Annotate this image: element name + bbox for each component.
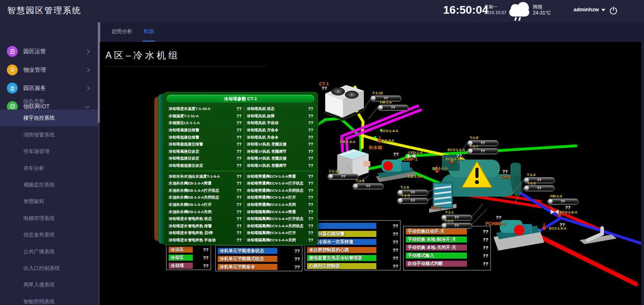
sensor-pill-cap — [398, 199, 402, 203]
panel-row: 冷却塔进水管电伴热 报警?? — [169, 223, 242, 230]
equipment-value-PCHWP-1: ?? — [496, 215, 501, 220]
panel-row-value: ?? — [237, 142, 242, 147]
sidebar-group-park-operation[interactable]: 园区运营 — [0, 42, 98, 60]
sidebar-item-1[interactable]: 综合态势 — [0, 93, 98, 110]
sidebar-item-2[interactable]: 楼宇自控系统 — [0, 110, 98, 126]
sensor-pill-cap — [371, 96, 376, 100]
sensor-pill-FM-1-5: ?? — [378, 105, 409, 111]
sidebar-item-3[interactable]: 消防报警系统 — [0, 127, 98, 143]
sensor-tag-T-1-2: T-1-2 — [445, 219, 453, 223]
panel-row-label: 冷却塔风机 故障 — [247, 114, 275, 119]
top-bar: 智慧园区管理系统 16:50:04 星期一 2019.10.07 阵雨 24-3… — [0, 0, 644, 22]
panel-row: 冷却塔隔离阀ECV-1-4-A打开状态?? — [247, 216, 313, 223]
sensor-pill-T-1-9: ?? — [353, 183, 384, 189]
panel-section-divider — [247, 169, 313, 173]
panel-row-label: 水箱温度T-1-11-A — [169, 114, 199, 119]
panel-row-value: ?? — [308, 114, 313, 118]
park-operation-icon — [7, 46, 18, 57]
tab-1[interactable]: 趋势分析 — [111, 28, 132, 38]
sidebar-item-11[interactable]: 出入口控制系统 — [0, 260, 98, 276]
panel-row-label: 水池补水阀EB-1-3-A打开状态 — [169, 188, 219, 193]
sensor-tag-FM-1-5: FM-1-5 — [380, 100, 392, 104]
sidebar-item-9[interactable]: 信息发布系统 — [0, 226, 98, 243]
sidebar-item-10[interactable]: 公共广播系统 — [0, 243, 98, 260]
sidebar-item-6[interactable]: 视频监控系统 — [0, 176, 98, 193]
sensor-pill-cap — [328, 174, 333, 178]
sidebar-item-5[interactable]: 停车分析 — [0, 160, 98, 176]
sidebar-group-label: 园区运营 — [23, 48, 46, 55]
panel-row-label: 冷却塔高液位设定 — [169, 149, 199, 154]
tab-2[interactable]: 机组 — [144, 28, 154, 38]
status-row: 复位?? — [307, 223, 398, 229]
panel-row-label: 冷却塔高液位报警 — [169, 128, 199, 133]
logout-button[interactable] — [609, 6, 618, 17]
panel-row-value: ?? — [308, 217, 313, 221]
panel-row-label: 冷却塔隔离阀ECV-1-4-A打开状态 — [247, 216, 303, 222]
sidebar-item-7[interactable]: 智慧能耗 — [0, 193, 98, 210]
panel-row: 水池补水阀EB-1-3-A打开状态?? — [169, 187, 242, 195]
panel-row-label: 冷却塔超低液位设定 — [169, 163, 203, 168]
status-row: 群控冷冻水一次泵转速?? — [307, 239, 398, 245]
sensor-tag-T-1-1: T-1-1 — [445, 210, 454, 214]
sensor-tag-FM-1-4: FM-1-4 — [550, 194, 562, 198]
panel-row: 水池补水阀EB-1-3-A关闭?? — [169, 208, 242, 216]
panel-row-label: 水池补水阀EB-1-3-A关闭状态 — [169, 195, 219, 200]
status-value: ?? — [390, 224, 398, 228]
panel-row-label: 冷却塔风机 手自动 — [247, 120, 279, 126]
panel-row: 水池补水阀EB-1-3-A打开?? — [169, 201, 242, 209]
panel-row-value: ?? — [308, 149, 313, 154]
equipment-label-PCHWP-1: PCHWP-1 — [485, 221, 506, 226]
equipment-label-ECV-1-2-A: ECV-1-2-A — [448, 148, 465, 152]
sidebar-item-8[interactable]: 电梯管理系统 — [0, 210, 98, 226]
panel-row-label: 水池补水阀EB-1-3-A打开 — [169, 202, 212, 207]
status-chip: 手动切换 本地-关闭开-关 — [406, 245, 467, 251]
status-chip: 冷机单元节能模式状态 — [218, 256, 277, 262]
status-chip: 手动切换自动开-关 — [406, 228, 467, 234]
panel-row-label: 水箱液位LE-1-1-A — [169, 120, 200, 126]
panel-row: 冷却塔隔离阀ECV-1-4-A旁通?? — [247, 208, 313, 216]
park-service-icon — [7, 83, 18, 93]
panel-row: 水箱液位LE-1-1-A?? — [169, 120, 242, 127]
status-box-controller-heartbeat: 复位??主控制器心跳报警??群控冷冻水一次泵转速??来自群控制器的心跳??接电装… — [305, 220, 400, 270]
panel-row: 冷却塔进水温度T-1-10-A?? — [169, 106, 242, 113]
sidebar-item-4[interactable]: 停车场管理 — [0, 143, 98, 160]
sensor-pill-T-1-11: ?? — [328, 174, 359, 180]
sensor-tag-T-1-6: T-1-6 — [400, 185, 409, 189]
sidebar-group-property[interactable]: 物业管理 — [0, 61, 98, 79]
status-chip: 冷冻泵 — [169, 247, 193, 253]
panel-row: 冷却塔旁通阀ECV-1-3-A关闭?? — [247, 201, 313, 209]
panel-row-label: 冷却塔1#风机 变频调节 — [247, 149, 287, 154]
panel-row-label: 水池补水阀EB-1-3-A关闭 — [169, 210, 212, 215]
panel-row: 冷却塔高液位报警?? — [169, 127, 242, 134]
weekday: 星期一 — [484, 4, 506, 10]
panel-row-label: 冷却塔隔离阀ECV-1-4-A打开 — [247, 230, 296, 236]
clock: 16:50:04 — [443, 4, 488, 17]
panel-row-label: 冷却塔旁通阀ECV-1-3-A打开 — [247, 195, 296, 200]
sensor-pill-T-1-3: ?? — [524, 185, 555, 191]
user-menu[interactable]: adminhzw — [574, 6, 605, 12]
status-chip: 手动模式输入 — [406, 253, 467, 259]
panel-row-label: 冷却塔隔离阀ECV-1-4-A关闭 — [247, 238, 296, 243]
sensor-tag-T-1-7: T-1-7 — [470, 144, 478, 148]
sidebar-item-12[interactable]: 周界入侵系统 — [0, 276, 98, 293]
equipment-label-EB-1-3-A: EB-1-3-A — [340, 140, 355, 144]
status-value: ?? — [292, 265, 300, 270]
panel-row-label: 冷却塔旁通阀ECV-1-3-A关闭状态 — [247, 188, 303, 193]
panel-row-label: 冷却塔风机 开命令 — [247, 128, 279, 133]
panel-row-label: 冷却塔低液位报警 — [169, 135, 199, 140]
panel-row: 冷却塔高液位设定?? — [169, 148, 242, 156]
equipment-label-ECV-1-6-A: ECV-1-6-A — [560, 210, 578, 214]
panel-row: 冷却塔1#风机 变频调节?? — [247, 148, 313, 156]
username: adminhzw — [574, 6, 599, 12]
panel-row: 冷却塔2#风机 变频调节?? — [247, 162, 313, 170]
scada-canvas: A区–冷水机组 — [100, 42, 641, 305]
panel-row-label: 水池补水阀EB-1-3-A旁通 — [169, 181, 212, 186]
sidebar-item-13[interactable]: 智能照明系统 — [0, 293, 98, 305]
panel-row-value: ?? — [308, 135, 313, 140]
panel-row-value: ?? — [237, 128, 242, 133]
panel-row-value: ?? — [237, 121, 242, 125]
panel-row: 冷却塔低液位设定?? — [169, 155, 242, 162]
panel-row-value: ?? — [237, 164, 242, 168]
status-box-manual-switch: 手动切换自动开-关??手动切换 本地-制冷开-关??手动切换 本地-关闭开-关?… — [403, 226, 491, 270]
status-row: 心跳到主控制器?? — [307, 263, 398, 269]
